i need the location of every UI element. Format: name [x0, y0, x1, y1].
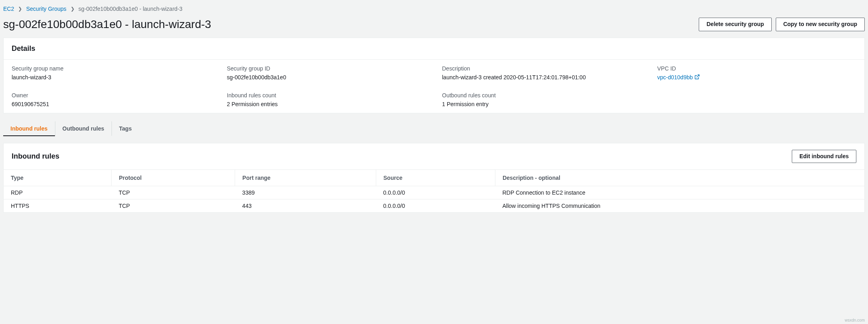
- column-protocol[interactable]: Protocol: [112, 170, 235, 186]
- cell-port: 3389: [235, 186, 376, 199]
- details-grid-row2: Owner 690190675251 Inbound rules count 2…: [4, 87, 864, 113]
- breadcrumb-ec2[interactable]: EC2: [3, 6, 14, 12]
- detail-value: launch-wizard-3 created 2020-05-11T17:24…: [442, 74, 641, 80]
- detail-label: Inbound rules count: [227, 92, 426, 99]
- edit-inbound-rules-button[interactable]: Edit inbound rules: [792, 150, 856, 163]
- inbound-rules-title: Inbound rules: [12, 152, 59, 161]
- detail-inbound-count: Inbound rules count 2 Permission entries: [219, 87, 434, 113]
- column-source[interactable]: Source: [376, 170, 495, 186]
- detail-value: launch-wizard-3: [12, 74, 211, 80]
- breadcrumb: EC2 ❯ Security Groups ❯ sg-002fe10b00db3…: [0, 0, 868, 18]
- inbound-rules-table: Type Protocol Port range Source Descript…: [4, 169, 864, 212]
- copy-security-group-button[interactable]: Copy to new security group: [776, 18, 865, 31]
- detail-description: Description launch-wizard-3 created 2020…: [434, 60, 649, 87]
- column-port-range[interactable]: Port range: [235, 170, 376, 186]
- cell-desc: RDP Connection to EC2 instance: [495, 186, 864, 199]
- chevron-right-icon: ❯: [18, 6, 22, 12]
- detail-security-group-id: Security group ID sg-002fe10b00db3a1e0: [219, 60, 434, 87]
- delete-security-group-button[interactable]: Delete security group: [699, 18, 771, 31]
- chevron-right-icon: ❯: [71, 6, 75, 12]
- detail-label: Security group ID: [227, 65, 426, 72]
- table-row: HTTPS TCP 443 0.0.0.0/0 Allow incoming H…: [4, 199, 864, 213]
- tab-outbound-rules[interactable]: Outbound rules: [55, 121, 112, 136]
- cell-protocol: TCP: [112, 199, 235, 213]
- cell-source: 0.0.0.0/0: [376, 199, 495, 213]
- inbound-rules-header: Inbound rules Edit inbound rules: [4, 143, 864, 170]
- header-actions: Delete security group Copy to new securi…: [699, 18, 865, 31]
- cell-type: RDP: [4, 186, 112, 199]
- detail-value: sg-002fe10b00db3a1e0: [227, 74, 426, 80]
- details-header: Details: [4, 38, 864, 60]
- external-link-icon: [694, 74, 700, 81]
- tabs-container: Inbound rules Outbound rules Tags: [3, 113, 865, 136]
- details-grid-row1: Security group name launch-wizard-3 Secu…: [4, 60, 864, 87]
- detail-label: Description: [442, 65, 641, 72]
- column-description[interactable]: Description - optional: [495, 170, 864, 186]
- cell-source: 0.0.0.0/0: [376, 186, 495, 199]
- vpc-id-link[interactable]: vpc-d010d9bb: [657, 74, 700, 81]
- cell-protocol: TCP: [112, 186, 235, 199]
- detail-vpc-id: VPC ID vpc-d010d9bb: [649, 60, 865, 87]
- detail-label: VPC ID: [657, 65, 857, 72]
- tab-tags[interactable]: Tags: [112, 121, 139, 136]
- page-title: sg-002fe10b00db3a1e0 - launch-wizard-3: [3, 18, 211, 31]
- details-panel: Details Security group name launch-wizar…: [3, 38, 865, 113]
- detail-outbound-count: Outbound rules count 1 Permission entry: [434, 87, 649, 113]
- detail-value: 2 Permission entries: [227, 101, 426, 107]
- detail-label: Owner: [12, 92, 211, 99]
- column-type[interactable]: Type: [4, 170, 112, 186]
- detail-value: 690190675251: [12, 101, 211, 107]
- table-header-row: Type Protocol Port range Source Descript…: [4, 170, 864, 186]
- inbound-rules-panel: Inbound rules Edit inbound rules Type Pr…: [3, 143, 865, 213]
- vpc-id-text: vpc-d010d9bb: [657, 74, 693, 80]
- cell-type: HTTPS: [4, 199, 112, 213]
- cell-port: 443: [235, 199, 376, 213]
- detail-value: 1 Permission entry: [442, 101, 641, 107]
- breadcrumb-current: sg-002fe10b00db3a1e0 - launch-wizard-3: [79, 6, 183, 12]
- page-header: sg-002fe10b00db3a1e0 - launch-wizard-3 D…: [0, 18, 868, 38]
- tab-inbound-rules[interactable]: Inbound rules: [3, 121, 55, 136]
- breadcrumb-security-groups[interactable]: Security Groups: [26, 6, 66, 12]
- cell-desc: Allow incoming HTTPS Communication: [495, 199, 864, 213]
- detail-security-group-name: Security group name launch-wizard-3: [4, 60, 219, 87]
- table-row: RDP TCP 3389 0.0.0.0/0 RDP Connection to…: [4, 186, 864, 199]
- detail-empty: [649, 87, 865, 113]
- detail-label: Security group name: [12, 65, 211, 72]
- detail-label: Outbound rules count: [442, 92, 641, 99]
- detail-owner: Owner 690190675251: [4, 87, 219, 113]
